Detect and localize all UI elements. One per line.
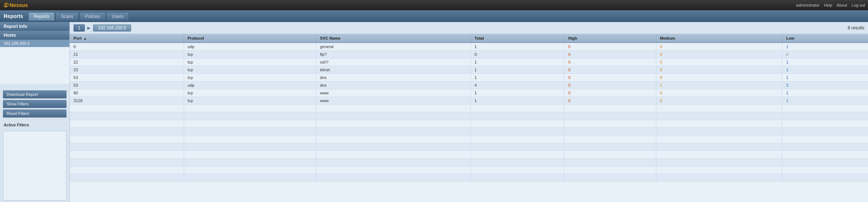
table-cell-empty (564, 174, 656, 182)
table-cell: 1 (471, 66, 564, 74)
col-port-label: Port (73, 36, 82, 40)
table-cell-empty (70, 151, 184, 159)
table-cell: 0 (656, 97, 782, 105)
table-cell: 0 (564, 51, 656, 58)
active-filters-box (3, 131, 67, 201)
table-cell-empty (782, 128, 868, 136)
table-cell: udp (184, 82, 316, 89)
help-link[interactable]: Help (824, 3, 832, 7)
table-cell: 53 (70, 82, 184, 89)
app-name: Nessus (10, 2, 28, 8)
table-cell-empty (471, 159, 564, 166)
table-cell: 1 (471, 97, 564, 105)
table-cell: 0 (564, 89, 656, 97)
table-cell: 1 (471, 58, 564, 66)
table-cell-empty (564, 120, 656, 128)
table-row[interactable]: 23tcptelnet1001 (70, 66, 868, 74)
table-cell-empty (184, 174, 316, 182)
table-cell-empty (782, 159, 868, 166)
table-cell: 3 (782, 82, 868, 89)
table-cell: general (316, 43, 471, 51)
table-cell-empty (471, 128, 564, 136)
table-cell-empty (564, 166, 656, 174)
table-cell-empty (184, 151, 316, 159)
download-report-button[interactable]: Download Report (3, 90, 67, 98)
table-cell-empty (656, 174, 782, 182)
table-row-empty (70, 174, 868, 182)
col-total[interactable]: Total (471, 34, 564, 43)
table-cell-empty (564, 112, 656, 120)
table-cell: 22 (70, 58, 184, 66)
table-cell: 0 (564, 97, 656, 105)
table-row-empty (70, 120, 868, 128)
table-cell-empty (656, 120, 782, 128)
topbar-right: administrator Help About Log out (796, 3, 865, 7)
host-item[interactable]: 192.168.200.5 (0, 40, 69, 47)
table-cell-empty (564, 151, 656, 159)
tab-scans[interactable]: Scans (55, 12, 79, 21)
table-cell-empty (316, 166, 471, 174)
table-cell-empty (184, 159, 316, 166)
table-row[interactable]: 21tcpftp?0000 (70, 51, 868, 58)
table-row[interactable]: 3128tcpwww1001 (70, 97, 868, 105)
about-link[interactable]: About (837, 3, 847, 7)
content-area: 1 ► 192.168.200.5 8 results Port ▲ Proto… (70, 22, 868, 202)
col-port[interactable]: Port ▲ (70, 34, 184, 43)
table-cell-empty (471, 136, 564, 143)
table-cell-empty (471, 105, 564, 112)
table-row-empty (70, 105, 868, 112)
results-count: 8 results (848, 25, 864, 30)
table-body: 0udpgeneral100121tcpftp?000022tcpssh?100… (70, 43, 868, 182)
table-row-empty (70, 143, 868, 151)
table-row[interactable]: 80tcpwww1001 (70, 89, 868, 97)
logout-link[interactable]: Log out (851, 3, 865, 7)
table-cell: 23 (70, 66, 184, 74)
table-cell: 53 (70, 74, 184, 82)
table-cell-empty (782, 105, 868, 112)
sort-arrow-icon: ▲ (83, 37, 87, 40)
table-cell-empty (782, 136, 868, 143)
table-cell-empty (656, 151, 782, 159)
table-cell: tcp (184, 58, 316, 66)
col-svc-name[interactable]: SVC Name (316, 34, 471, 43)
table-cell-empty (656, 143, 782, 151)
table-cell: 0 (656, 74, 782, 82)
table-cell: 21 (70, 51, 184, 58)
tab-reports[interactable]: Reports (28, 12, 55, 21)
table-cell: 1 (471, 89, 564, 97)
table-cell-empty (471, 151, 564, 159)
col-high[interactable]: High (564, 34, 656, 43)
table-cell-empty (782, 120, 868, 128)
table-cell-empty (316, 112, 471, 120)
table-cell-empty (70, 136, 184, 143)
table-cell: tcp (184, 51, 316, 58)
table-header-row: Port ▲ Protocol SVC Name Total High Medi… (70, 34, 868, 43)
breadcrumb: 1 ► 192.168.200.5 8 results (70, 22, 868, 34)
table-cell-empty (184, 128, 316, 136)
reset-filters-button[interactable]: Reset Filters (3, 109, 67, 118)
table-row[interactable]: 53udpdns4013 (70, 82, 868, 89)
main-layout: Report Info Hosts 192.168.200.5 Download… (0, 22, 868, 202)
table-cell: tcp (184, 74, 316, 82)
topbar-left: ① Nessus (3, 2, 28, 9)
table-cell: ftp? (316, 51, 471, 58)
tab-users[interactable]: Users (107, 12, 129, 21)
table-row[interactable]: 53tcpdns1001 (70, 74, 868, 82)
table-cell-empty (656, 112, 782, 120)
table-row[interactable]: 0udpgeneral1001 (70, 43, 868, 51)
table-cell-empty (471, 174, 564, 182)
table-cell: 0 (564, 66, 656, 74)
breadcrumb-item-2[interactable]: 192.168.200.5 (93, 24, 132, 32)
tab-policies[interactable]: Policies (79, 12, 105, 21)
table-cell-empty (656, 128, 782, 136)
breadcrumb-item-1[interactable]: 1 (73, 24, 85, 32)
col-protocol[interactable]: Protocol (184, 34, 316, 43)
table-row-empty (70, 128, 868, 136)
table-row[interactable]: 22tcpssh?1001 (70, 58, 868, 66)
table-cell-empty (316, 143, 471, 151)
table-cell-empty (184, 136, 316, 143)
col-low[interactable]: Low (782, 34, 868, 43)
show-filters-button[interactable]: Show Filters (3, 100, 67, 108)
table-cell: 1 (782, 43, 868, 51)
col-medium[interactable]: Medium (656, 34, 782, 43)
